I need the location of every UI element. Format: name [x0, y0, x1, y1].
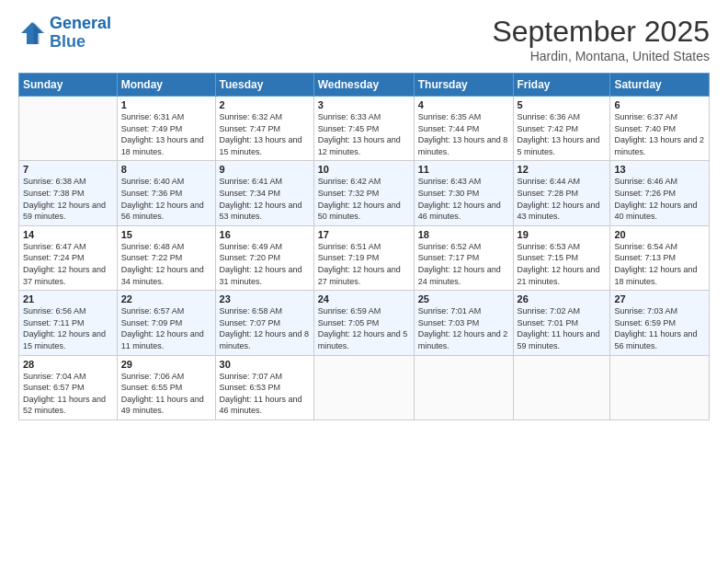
day-number: 19	[518, 229, 607, 240]
day-info: Sunrise: 6:46 AMSunset: 7:26 PMDaylight:…	[614, 176, 705, 222]
col-tuesday: Tuesday	[215, 74, 313, 97]
calendar-cell: 22Sunrise: 6:57 AMSunset: 7:09 PMDayligh…	[117, 291, 215, 355]
day-number: 17	[318, 229, 410, 240]
day-number: 11	[418, 164, 509, 175]
day-number: 4	[418, 99, 509, 110]
day-info: Sunrise: 6:42 AMSunset: 7:32 PMDaylight:…	[318, 176, 410, 222]
calendar-cell: 17Sunrise: 6:51 AMSunset: 7:19 PMDayligh…	[313, 225, 414, 290]
day-number: 24	[318, 293, 410, 304]
day-info: Sunrise: 6:40 AMSunset: 7:36 PMDaylight:…	[121, 176, 211, 222]
day-number: 10	[318, 164, 410, 175]
calendar-cell: 25Sunrise: 7:01 AMSunset: 7:03 PMDayligh…	[414, 291, 513, 355]
calendar-cell: 11Sunrise: 6:43 AMSunset: 7:30 PMDayligh…	[414, 161, 513, 225]
logo: General Blue	[18, 15, 111, 52]
day-number: 27	[614, 293, 705, 304]
calendar-cell: 3Sunrise: 6:33 AMSunset: 7:45 PMDaylight…	[313, 97, 414, 161]
day-info: Sunrise: 7:02 AMSunset: 7:01 PMDaylight:…	[518, 305, 607, 351]
calendar-cell: 21Sunrise: 6:56 AMSunset: 7:11 PMDayligh…	[19, 291, 118, 355]
calendar-week-1: 1Sunrise: 6:31 AMSunset: 7:49 PMDaylight…	[19, 97, 710, 161]
calendar-cell: 10Sunrise: 6:42 AMSunset: 7:32 PMDayligh…	[313, 161, 414, 225]
calendar-cell: 19Sunrise: 6:53 AMSunset: 7:15 PMDayligh…	[513, 225, 610, 290]
day-info: Sunrise: 6:31 AMSunset: 7:49 PMDaylight:…	[121, 111, 211, 157]
day-number: 22	[121, 293, 211, 304]
day-info: Sunrise: 6:32 AMSunset: 7:47 PMDaylight:…	[220, 111, 310, 157]
col-saturday: Saturday	[610, 74, 710, 97]
svg-marker-1	[34, 22, 45, 44]
day-number: 15	[121, 229, 211, 240]
calendar-cell: 28Sunrise: 7:04 AMSunset: 6:57 PMDayligh…	[19, 355, 118, 419]
day-info: Sunrise: 6:58 AMSunset: 7:07 PMDaylight:…	[220, 305, 310, 351]
day-number: 2	[220, 99, 310, 110]
day-info: Sunrise: 6:43 AMSunset: 7:30 PMDaylight:…	[418, 176, 509, 222]
logo-icon	[18, 19, 46, 47]
day-info: Sunrise: 6:48 AMSunset: 7:22 PMDaylight:…	[121, 241, 211, 287]
col-sunday: Sunday	[19, 74, 118, 97]
day-info: Sunrise: 6:56 AMSunset: 7:11 PMDaylight:…	[23, 305, 113, 351]
day-number: 23	[220, 293, 310, 304]
day-number: 16	[220, 229, 310, 240]
day-number: 25	[418, 293, 509, 304]
day-info: Sunrise: 6:41 AMSunset: 7:34 PMDaylight:…	[220, 176, 310, 222]
day-number: 13	[614, 164, 705, 175]
calendar-cell: 29Sunrise: 7:06 AMSunset: 6:55 PMDayligh…	[117, 355, 215, 419]
calendar-table: Sunday Monday Tuesday Wednesday Thursday…	[18, 73, 710, 420]
month-title: September 2025	[492, 15, 710, 49]
calendar-cell	[414, 355, 513, 419]
calendar-cell: 23Sunrise: 6:58 AMSunset: 7:07 PMDayligh…	[215, 291, 313, 355]
day-info: Sunrise: 6:47 AMSunset: 7:24 PMDaylight:…	[23, 241, 113, 287]
day-info: Sunrise: 6:49 AMSunset: 7:20 PMDaylight:…	[220, 241, 310, 287]
calendar-cell: 6Sunrise: 6:37 AMSunset: 7:40 PMDaylight…	[610, 97, 710, 161]
location-subtitle: Hardin, Montana, United States	[492, 49, 710, 63]
calendar-cell: 20Sunrise: 6:54 AMSunset: 7:13 PMDayligh…	[610, 225, 710, 290]
calendar-cell: 8Sunrise: 6:40 AMSunset: 7:36 PMDaylight…	[117, 161, 215, 225]
logo-line1: General	[50, 14, 111, 32]
day-info: Sunrise: 7:03 AMSunset: 6:59 PMDaylight:…	[614, 305, 705, 351]
day-number: 1	[121, 99, 211, 110]
day-info: Sunrise: 6:52 AMSunset: 7:17 PMDaylight:…	[418, 241, 509, 287]
day-number: 3	[318, 99, 410, 110]
day-number: 26	[518, 293, 607, 304]
calendar-cell: 12Sunrise: 6:44 AMSunset: 7:28 PMDayligh…	[513, 161, 610, 225]
day-number: 18	[418, 229, 509, 240]
day-info: Sunrise: 6:38 AMSunset: 7:38 PMDaylight:…	[23, 176, 113, 222]
day-info: Sunrise: 6:36 AMSunset: 7:42 PMDaylight:…	[518, 111, 607, 157]
day-number: 7	[23, 164, 113, 175]
calendar-cell: 18Sunrise: 6:52 AMSunset: 7:17 PMDayligh…	[414, 225, 513, 290]
day-info: Sunrise: 7:06 AMSunset: 6:55 PMDaylight:…	[121, 371, 211, 417]
day-info: Sunrise: 6:54 AMSunset: 7:13 PMDaylight:…	[614, 241, 705, 287]
calendar-cell: 9Sunrise: 6:41 AMSunset: 7:34 PMDaylight…	[215, 161, 313, 225]
day-info: Sunrise: 6:37 AMSunset: 7:40 PMDaylight:…	[614, 111, 705, 157]
day-number: 29	[121, 359, 211, 370]
logo-text: General Blue	[50, 15, 111, 52]
calendar-week-5: 28Sunrise: 7:04 AMSunset: 6:57 PMDayligh…	[19, 355, 710, 419]
header: General Blue September 2025 Hardin, Mont…	[18, 15, 710, 63]
calendar-cell: 15Sunrise: 6:48 AMSunset: 7:22 PMDayligh…	[117, 225, 215, 290]
calendar-cell: 26Sunrise: 7:02 AMSunset: 7:01 PMDayligh…	[513, 291, 610, 355]
calendar-cell: 2Sunrise: 6:32 AMSunset: 7:47 PMDaylight…	[215, 97, 313, 161]
day-info: Sunrise: 6:59 AMSunset: 7:05 PMDaylight:…	[318, 305, 410, 351]
calendar-cell: 30Sunrise: 7:07 AMSunset: 6:53 PMDayligh…	[215, 355, 313, 419]
day-number: 30	[220, 359, 310, 370]
day-info: Sunrise: 6:51 AMSunset: 7:19 PMDaylight:…	[318, 241, 410, 287]
calendar-week-3: 14Sunrise: 6:47 AMSunset: 7:24 PMDayligh…	[19, 225, 710, 290]
day-number: 5	[518, 99, 607, 110]
col-friday: Friday	[513, 74, 610, 97]
calendar-week-2: 7Sunrise: 6:38 AMSunset: 7:38 PMDaylight…	[19, 161, 710, 225]
calendar-header-row: Sunday Monday Tuesday Wednesday Thursday…	[19, 74, 710, 97]
calendar-cell: 4Sunrise: 6:35 AMSunset: 7:44 PMDaylight…	[414, 97, 513, 161]
col-monday: Monday	[117, 74, 215, 97]
calendar-cell	[610, 355, 710, 419]
day-info: Sunrise: 7:04 AMSunset: 6:57 PMDaylight:…	[23, 371, 113, 417]
day-number: 12	[518, 164, 607, 175]
calendar-cell	[19, 97, 118, 161]
day-number: 6	[614, 99, 705, 110]
day-info: Sunrise: 6:33 AMSunset: 7:45 PMDaylight:…	[318, 111, 410, 157]
title-block: September 2025 Hardin, Montana, United S…	[492, 15, 710, 63]
col-thursday: Thursday	[414, 74, 513, 97]
calendar-cell: 1Sunrise: 6:31 AMSunset: 7:49 PMDaylight…	[117, 97, 215, 161]
calendar-cell: 7Sunrise: 6:38 AMSunset: 7:38 PMDaylight…	[19, 161, 118, 225]
calendar-week-4: 21Sunrise: 6:56 AMSunset: 7:11 PMDayligh…	[19, 291, 710, 355]
calendar-cell	[313, 355, 414, 419]
col-wednesday: Wednesday	[313, 74, 414, 97]
day-info: Sunrise: 7:01 AMSunset: 7:03 PMDaylight:…	[418, 305, 509, 351]
